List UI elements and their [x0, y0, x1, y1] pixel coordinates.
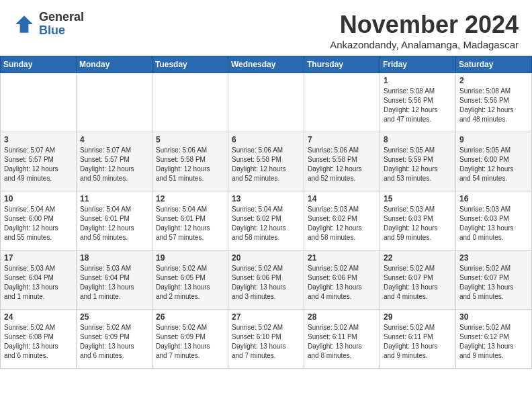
svg-marker-0 — [15, 15, 33, 33]
calendar-cell: 10Sunrise: 5:04 AM Sunset: 6:00 PM Dayli… — [1, 191, 77, 250]
day-info: Sunrise: 5:02 AM Sunset: 6:06 PM Dayligh… — [232, 264, 300, 302]
day-number: 28 — [308, 312, 376, 322]
calendar-body: 1Sunrise: 5:08 AM Sunset: 5:56 PM Daylig… — [1, 73, 532, 369]
calendar-week-2: 3Sunrise: 5:07 AM Sunset: 5:57 PM Daylig… — [1, 132, 532, 191]
day-number: 23 — [459, 253, 528, 263]
day-number: 24 — [4, 312, 73, 322]
calendar-week-1: 1Sunrise: 5:08 AM Sunset: 5:56 PM Daylig… — [1, 73, 532, 132]
day-number: 2 — [459, 76, 528, 85]
location-subtitle: Ankazondandy, Analamanga, Madagascar — [330, 39, 519, 50]
calendar-cell: 13Sunrise: 5:04 AM Sunset: 6:02 PM Dayli… — [228, 191, 304, 250]
day-number: 19 — [156, 253, 224, 263]
day-number: 10 — [4, 194, 73, 203]
day-number: 26 — [156, 312, 224, 322]
day-number: 29 — [384, 312, 452, 322]
weekday-header-saturday: Saturday — [456, 56, 532, 73]
calendar-cell: 4Sunrise: 5:07 AM Sunset: 5:57 PM Daylig… — [77, 132, 152, 191]
day-number: 12 — [156, 194, 224, 203]
calendar-cell: 5Sunrise: 5:06 AM Sunset: 5:58 PM Daylig… — [152, 132, 228, 191]
day-info: Sunrise: 5:07 AM Sunset: 5:57 PM Dayligh… — [4, 146, 73, 183]
day-info: Sunrise: 5:02 AM Sunset: 6:08 PM Dayligh… — [4, 323, 73, 361]
calendar-cell — [1, 73, 77, 132]
calendar-cell: 3Sunrise: 5:07 AM Sunset: 5:57 PM Daylig… — [1, 132, 77, 191]
calendar-cell: 15Sunrise: 5:03 AM Sunset: 6:03 PM Dayli… — [380, 191, 456, 250]
day-number: 3 — [4, 135, 73, 144]
day-info: Sunrise: 5:02 AM Sunset: 6:09 PM Dayligh… — [80, 323, 148, 361]
calendar-cell: 18Sunrise: 5:03 AM Sunset: 6:04 PM Dayli… — [77, 250, 152, 310]
day-info: Sunrise: 5:06 AM Sunset: 5:58 PM Dayligh… — [232, 146, 300, 183]
day-number: 22 — [384, 253, 452, 263]
day-info: Sunrise: 5:02 AM Sunset: 6:11 PM Dayligh… — [308, 323, 376, 361]
calendar-cell: 20Sunrise: 5:02 AM Sunset: 6:06 PM Dayli… — [228, 250, 304, 310]
calendar-cell: 8Sunrise: 5:05 AM Sunset: 5:59 PM Daylig… — [380, 132, 456, 191]
calendar-cell: 28Sunrise: 5:02 AM Sunset: 6:11 PM Dayli… — [304, 310, 380, 369]
calendar-cell: 21Sunrise: 5:02 AM Sunset: 6:06 PM Dayli… — [304, 250, 380, 310]
logo-blue-text: Blue — [39, 24, 84, 38]
day-number: 16 — [459, 194, 528, 203]
day-info: Sunrise: 5:02 AM Sunset: 6:07 PM Dayligh… — [459, 264, 528, 302]
weekday-header-thursday: Thursday — [304, 56, 380, 73]
calendar-cell: 11Sunrise: 5:04 AM Sunset: 6:01 PM Dayli… — [77, 191, 152, 250]
calendar-cell: 9Sunrise: 5:05 AM Sunset: 6:00 PM Daylig… — [456, 132, 532, 191]
day-number: 15 — [384, 194, 452, 203]
calendar-cell: 27Sunrise: 5:02 AM Sunset: 6:10 PM Dayli… — [228, 310, 304, 369]
day-info: Sunrise: 5:02 AM Sunset: 6:05 PM Dayligh… — [156, 264, 224, 302]
calendar-cell: 29Sunrise: 5:02 AM Sunset: 6:11 PM Dayli… — [380, 310, 456, 369]
calendar-cell — [77, 73, 152, 132]
calendar-cell: 17Sunrise: 5:03 AM Sunset: 6:04 PM Dayli… — [1, 250, 77, 310]
day-info: Sunrise: 5:02 AM Sunset: 6:09 PM Dayligh… — [156, 323, 224, 361]
day-info: Sunrise: 5:04 AM Sunset: 6:02 PM Dayligh… — [232, 205, 300, 242]
calendar-cell: 16Sunrise: 5:03 AM Sunset: 6:03 PM Dayli… — [456, 191, 532, 250]
day-info: Sunrise: 5:03 AM Sunset: 6:03 PM Dayligh… — [459, 205, 528, 242]
calendar-cell — [228, 73, 304, 132]
calendar-cell: 19Sunrise: 5:02 AM Sunset: 6:05 PM Dayli… — [152, 250, 228, 310]
day-info: Sunrise: 5:08 AM Sunset: 5:56 PM Dayligh… — [459, 87, 528, 124]
weekday-header-sunday: Sunday — [1, 56, 77, 73]
day-info: Sunrise: 5:03 AM Sunset: 6:03 PM Dayligh… — [384, 205, 452, 242]
calendar-cell: 22Sunrise: 5:02 AM Sunset: 6:07 PM Dayli… — [380, 250, 456, 310]
day-info: Sunrise: 5:04 AM Sunset: 6:01 PM Dayligh… — [80, 205, 148, 242]
calendar-cell — [304, 73, 380, 132]
day-info: Sunrise: 5:06 AM Sunset: 5:58 PM Dayligh… — [308, 146, 376, 183]
day-info: Sunrise: 5:05 AM Sunset: 6:00 PM Dayligh… — [459, 146, 528, 183]
day-number: 6 — [232, 135, 300, 144]
calendar-cell: 6Sunrise: 5:06 AM Sunset: 5:58 PM Daylig… — [228, 132, 304, 191]
day-number: 7 — [308, 135, 376, 144]
calendar-week-3: 10Sunrise: 5:04 AM Sunset: 6:00 PM Dayli… — [1, 191, 532, 250]
day-info: Sunrise: 5:02 AM Sunset: 6:12 PM Dayligh… — [459, 323, 528, 361]
calendar-cell: 12Sunrise: 5:04 AM Sunset: 6:01 PM Dayli… — [152, 191, 228, 250]
calendar-cell: 24Sunrise: 5:02 AM Sunset: 6:08 PM Dayli… — [1, 310, 77, 369]
day-info: Sunrise: 5:02 AM Sunset: 6:10 PM Dayligh… — [232, 323, 300, 361]
day-number: 21 — [308, 253, 376, 263]
day-number: 13 — [232, 194, 300, 203]
day-number: 9 — [459, 135, 528, 144]
day-info: Sunrise: 5:03 AM Sunset: 6:02 PM Dayligh… — [308, 205, 376, 242]
calendar-cell: 30Sunrise: 5:02 AM Sunset: 6:12 PM Dayli… — [456, 310, 532, 369]
day-number: 11 — [80, 194, 148, 203]
calendar-week-4: 17Sunrise: 5:03 AM Sunset: 6:04 PM Dayli… — [1, 250, 532, 310]
weekday-header-tuesday: Tuesday — [152, 56, 228, 73]
calendar-cell: 23Sunrise: 5:02 AM Sunset: 6:07 PM Dayli… — [456, 250, 532, 310]
page-header: General Blue November 2024 Ankazondandy,… — [0, 0, 532, 56]
calendar-cell — [152, 73, 228, 132]
day-info: Sunrise: 5:04 AM Sunset: 6:00 PM Dayligh… — [4, 205, 73, 242]
day-number: 4 — [80, 135, 148, 144]
calendar-cell: 26Sunrise: 5:02 AM Sunset: 6:09 PM Dayli… — [152, 310, 228, 369]
day-info: Sunrise: 5:03 AM Sunset: 6:04 PM Dayligh… — [4, 264, 73, 302]
day-info: Sunrise: 5:05 AM Sunset: 5:59 PM Dayligh… — [384, 146, 452, 183]
day-info: Sunrise: 5:02 AM Sunset: 6:11 PM Dayligh… — [384, 323, 452, 361]
logo: General Blue — [13, 11, 84, 38]
day-info: Sunrise: 5:03 AM Sunset: 6:04 PM Dayligh… — [80, 264, 148, 302]
title-block: November 2024 Ankazondandy, Analamanga, … — [330, 11, 519, 50]
weekday-header-wednesday: Wednesday — [228, 56, 304, 73]
logo-icon — [13, 13, 35, 35]
day-info: Sunrise: 5:04 AM Sunset: 6:01 PM Dayligh… — [156, 205, 224, 242]
day-number: 17 — [4, 253, 73, 263]
day-info: Sunrise: 5:06 AM Sunset: 5:58 PM Dayligh… — [156, 146, 224, 183]
calendar-cell: 7Sunrise: 5:06 AM Sunset: 5:58 PM Daylig… — [304, 132, 380, 191]
calendar-table: SundayMondayTuesdayWednesdayThursdayFrid… — [0, 56, 532, 369]
calendar-cell: 2Sunrise: 5:08 AM Sunset: 5:56 PM Daylig… — [456, 73, 532, 132]
calendar-header-row: SundayMondayTuesdayWednesdayThursdayFrid… — [1, 56, 532, 73]
day-number: 25 — [80, 312, 148, 322]
day-number: 5 — [156, 135, 224, 144]
